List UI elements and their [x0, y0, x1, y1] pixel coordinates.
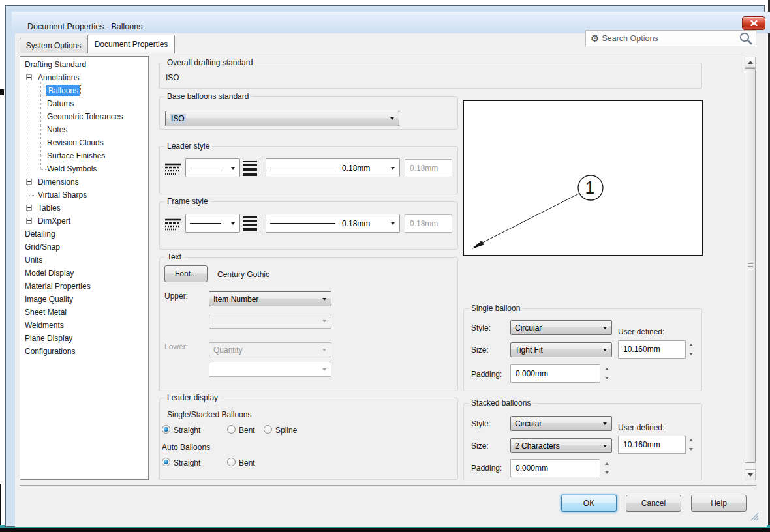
line-sample	[270, 168, 335, 168]
stacked-style-combo[interactable]: Circular	[510, 416, 612, 431]
chevron-down-icon	[603, 327, 607, 329]
radio-label-auto-bent[interactable]: Bent	[239, 458, 255, 467]
radio-label-auto-straight[interactable]: Straight	[174, 458, 200, 467]
tree-item-plane-display[interactable]: Plane Display	[25, 333, 72, 344]
radio-bent[interactable]	[227, 425, 236, 434]
single-user-defined-field[interactable]: 10.160mm	[618, 340, 686, 359]
help-button[interactable]: Help	[691, 495, 747, 512]
tree-item-weld-symbols[interactable]: Weld Symbols	[47, 164, 97, 174]
expand-icon[interactable]	[26, 179, 32, 185]
collapse-icon[interactable]	[26, 74, 32, 80]
button-label: Cancel	[641, 499, 666, 508]
radio-label-bent[interactable]: Bent	[239, 426, 255, 435]
tree-item-surface-finishes[interactable]: Surface Finishes	[47, 151, 105, 161]
radio-label-spline[interactable]: Spline	[275, 426, 297, 435]
radio-spline[interactable]	[264, 425, 272, 434]
app-bottom-edge	[0, 528, 770, 532]
field-value: 0.000mm	[516, 369, 548, 378]
background-mark	[0, 89, 4, 95]
search-icon[interactable]	[739, 31, 753, 46]
tree-item-geometric-tolerances[interactable]: Geometric Tolerances	[47, 111, 123, 122]
chevron-down-icon	[322, 349, 326, 351]
tree-item-model-display[interactable]: Model Display	[25, 268, 74, 278]
stacked-padding-label: Padding:	[471, 464, 502, 473]
frame-custom-weight-field[interactable]: 0.18mm	[405, 214, 452, 233]
button-label: OK	[583, 499, 594, 508]
tree-item-image-quality[interactable]: Image Quality	[25, 294, 73, 304]
chevron-down-icon	[390, 117, 394, 120]
spin-up-icon[interactable]	[689, 439, 693, 441]
stacked-padding-field[interactable]: 0.000mm	[510, 459, 600, 477]
frame-line-weight-combo[interactable]: 0.18mm	[266, 214, 400, 233]
leader-line-weight-combo[interactable]: 0.18mm	[266, 158, 400, 177]
tree-item-units[interactable]: Units	[25, 255, 42, 265]
search-options-box[interactable]: ⚙ Search Options	[585, 30, 756, 46]
scrollbar-up-button[interactable]	[745, 57, 756, 68]
expand-icon[interactable]	[26, 218, 32, 224]
spin-up-icon[interactable]	[605, 462, 609, 465]
tree-item-detailing[interactable]: Detailing	[25, 229, 55, 239]
tree-item-weldments[interactable]: Weldments	[25, 320, 64, 331]
radio-label-straight[interactable]: Straight	[174, 426, 200, 435]
upper-combo[interactable]: Item Number	[209, 291, 331, 306]
tree-item-tables[interactable]: Tables	[38, 203, 61, 213]
scrollbar-down-button[interactable]	[745, 469, 756, 480]
spin-down-icon[interactable]	[689, 353, 693, 355]
tree-item-configurations[interactable]: Configurations	[25, 346, 75, 357]
tree-item-revision-clouds[interactable]: Revision Clouds	[47, 138, 104, 148]
tree-item-annotations[interactable]: Annotations	[38, 72, 79, 83]
leader-line-style-combo[interactable]	[185, 158, 240, 177]
field-value: 10.160mm	[623, 440, 660, 449]
single-padding-field[interactable]: 0.000mm	[510, 364, 600, 383]
single-size-combo[interactable]: Tight Fit	[510, 342, 612, 357]
spin-down-icon[interactable]	[605, 377, 609, 379]
cancel-button[interactable]: Cancel	[626, 495, 681, 512]
tree-item-sheet-metal[interactable]: Sheet Metal	[25, 307, 67, 318]
single-style-combo[interactable]: Circular	[510, 320, 612, 335]
single-padding-spinner[interactable]	[603, 368, 611, 379]
group-label: Base balloons standard	[164, 92, 251, 101]
single-user-defined-spinner[interactable]	[687, 344, 695, 355]
line-sample	[190, 168, 221, 168]
group-label: Leader display	[164, 393, 221, 402]
tree-item-grid-snap[interactable]: Grid/Snap	[25, 242, 60, 252]
ok-button[interactable]: OK	[561, 495, 617, 512]
scrollbar-thumb[interactable]	[745, 68, 756, 463]
expand-icon[interactable]	[26, 205, 32, 211]
tree-item-material-properties[interactable]: Material Properties	[25, 281, 91, 291]
leader-custom-weight-field[interactable]: 0.18mm	[405, 159, 452, 177]
balloon-preview-drawing: 1	[464, 101, 702, 255]
tree-item-virtual-sharps[interactable]: Virtual Sharps	[38, 190, 87, 200]
spin-up-icon[interactable]	[689, 344, 693, 346]
tab-system-options[interactable]: System Options	[20, 38, 87, 53]
close-button[interactable]	[742, 16, 765, 30]
spin-down-icon[interactable]	[605, 471, 609, 474]
frame-line-style-combo[interactable]	[185, 214, 240, 233]
footer-separator-highlight	[20, 486, 756, 486]
search-placeholder: Search Options	[602, 34, 658, 43]
combo-value: 2 Characters	[515, 441, 560, 451]
line-thickness-icon	[243, 216, 257, 232]
font-button[interactable]: Font...	[164, 265, 208, 282]
base-standard-combo[interactable]: ISO	[165, 111, 399, 126]
radio-straight[interactable]	[162, 425, 170, 434]
combo-value: Item Number	[213, 295, 258, 304]
lower-secondary-combo[interactable]	[209, 362, 331, 377]
spin-down-icon[interactable]	[689, 448, 693, 451]
tree-item-datums[interactable]: Datums	[47, 98, 74, 109]
tree-item-balloons[interactable]: Balloons	[46, 85, 80, 96]
stacked-user-defined-field[interactable]: 10.160mm	[618, 436, 686, 454]
stacked-padding-spinner[interactable]	[603, 462, 611, 474]
tree-item-dimxpert[interactable]: DimXpert	[38, 216, 70, 226]
tree-item-dimensions[interactable]: Dimensions	[38, 177, 79, 187]
stacked-size-combo[interactable]: 2 Characters	[510, 438, 612, 453]
radio-auto-bent[interactable]	[227, 458, 236, 466]
spin-up-icon[interactable]	[605, 368, 609, 370]
stacked-user-defined-spinner[interactable]	[687, 439, 695, 451]
resize-grip[interactable]	[749, 512, 759, 521]
radio-auto-straight[interactable]	[162, 458, 170, 466]
tree-item-drafting-standard[interactable]: Drafting Standard	[25, 59, 86, 70]
overall-standard-value: ISO	[166, 73, 179, 82]
tab-document-properties[interactable]: Document Properties	[87, 35, 175, 53]
tree-item-notes[interactable]: Notes	[47, 125, 67, 135]
